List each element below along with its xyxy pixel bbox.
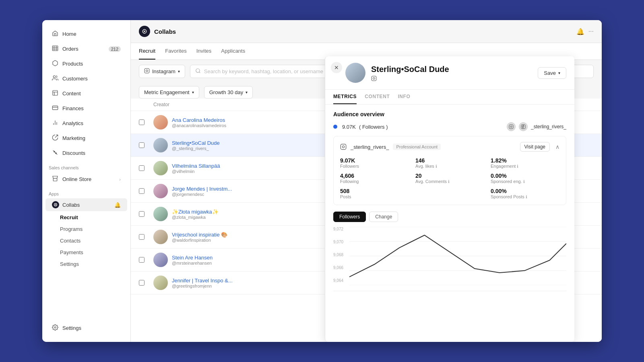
creator-name: Vrijeschool inspiratie 🎨: [172, 232, 227, 238]
discounts-icon: [52, 149, 58, 157]
ig-card-icon: [340, 144, 347, 150]
row-checkbox[interactable]: [139, 142, 144, 148]
sidebar-item-label: Home: [62, 31, 76, 37]
orders-badge: 212: [109, 46, 121, 52]
y-label: 9,068: [333, 253, 349, 257]
detail-header: Sterling•SoCal Dude Save ▾: [325, 56, 574, 90]
svg-rect-30: [372, 76, 376, 81]
sidebar-item-finances[interactable]: Finances: [45, 101, 127, 115]
detail-body: Audience overview 9.07K ( Followers ): [325, 105, 574, 342]
professional-badge: Professional Account: [393, 144, 441, 150]
sidebar-item-discounts[interactable]: Discounts: [45, 146, 127, 160]
avg-likes-label: Avg. likes ℹ: [415, 164, 484, 169]
tab-favorites[interactable]: Favorites: [165, 43, 186, 60]
change-chart-btn[interactable]: Change: [369, 212, 398, 222]
row-checkbox[interactable]: [139, 211, 144, 217]
y-label: 9,066: [333, 265, 349, 270]
row-checkbox[interactable]: [139, 234, 144, 240]
followers-chart-svg: [349, 227, 566, 285]
tab-info[interactable]: INFO: [398, 90, 410, 104]
sidebar-item-label: Discounts: [62, 150, 85, 156]
chevron-up-icon[interactable]: ∧: [555, 144, 559, 150]
sidebar-item-orders[interactable]: Orders 212: [45, 42, 127, 56]
creator-handle: @anacarolinasilvamedeiros: [172, 123, 226, 128]
sidebar-sub-label: Programs: [60, 226, 83, 232]
row-checkbox[interactable]: [139, 165, 144, 171]
sidebar-item-customers[interactable]: Customers: [45, 72, 127, 86]
sidebar-item-marketing[interactable]: Marketing: [45, 131, 127, 145]
creator-handle: @_sterling_rivers_: [172, 146, 220, 151]
followers-chart-btn[interactable]: Followers: [333, 212, 366, 222]
avg-likes-value: 146: [415, 157, 484, 164]
info-icon[interactable]: ℹ: [436, 164, 437, 169]
creator-name: Vilhelmiina Sillanpää: [172, 163, 220, 169]
info-icon[interactable]: ℹ: [523, 179, 525, 184]
avatar: [153, 276, 168, 290]
metric-followers: 9.07K Followers: [340, 157, 409, 169]
sidebar-sub-programs[interactable]: Programs: [45, 224, 127, 234]
following-value: 4,606: [340, 173, 409, 179]
collabs-logo-icon: [52, 201, 59, 208]
tab-recruit[interactable]: Recruit: [139, 43, 155, 60]
save-button[interactable]: Save ▾: [538, 67, 566, 79]
tab-applicants[interactable]: Applicants: [221, 43, 245, 60]
avg-comments-label: Avg. Comments ℹ: [415, 179, 484, 184]
sidebar-item-settings[interactable]: Settings: [45, 321, 127, 335]
info-icon[interactable]: ℹ: [517, 164, 518, 169]
analytics-icon: [52, 119, 58, 127]
engagement-value: 1.82%: [491, 157, 559, 164]
sidebar-item-label: Analytics: [62, 120, 83, 126]
close-button[interactable]: ✕: [331, 62, 342, 73]
sidebar-sub-settings[interactable]: Settings: [45, 259, 127, 269]
sidebar-item-label: Products: [62, 61, 83, 67]
posts-label: Posts: [340, 194, 409, 199]
followers-value: 9.07K: [340, 157, 409, 164]
platform-filter[interactable]: Instagram ▾: [139, 65, 185, 78]
products-icon: [52, 60, 58, 68]
tab-content[interactable]: CONTENT: [365, 90, 390, 104]
sponsored-eng-value: 0.00%: [491, 173, 559, 179]
svg-point-7: [55, 204, 56, 206]
ig-avatar: [507, 122, 516, 131]
sidebar-sub-contacts[interactable]: Contacts: [45, 235, 127, 246]
sidebar-sub-payments[interactable]: Payments: [45, 247, 127, 258]
metrics-grid: 9.07K Followers 146 Avg. likes ℹ: [340, 157, 559, 199]
more-icon[interactable]: ···: [588, 28, 594, 35]
checkbox-header: [139, 102, 153, 107]
svg-rect-32: [509, 125, 513, 129]
home-icon: [52, 30, 58, 38]
collabs-app-item[interactable]: Collabs 🔔: [45, 198, 127, 211]
sidebar-item-products[interactable]: Products: [45, 57, 127, 71]
row-checkbox[interactable]: [139, 280, 144, 286]
account-card-header: _sterling_rivers_ Professional Account V…: [340, 142, 559, 152]
sidebar-item-online-store[interactable]: Online Store ›: [45, 172, 127, 186]
metric-following: 4,606 Following: [340, 173, 409, 184]
sidebar-item-analytics[interactable]: Analytics: [45, 116, 127, 130]
sidebar-item-home[interactable]: Home: [45, 27, 127, 41]
metric-filter[interactable]: Metric Engagement ▾: [139, 86, 199, 99]
row-checkbox[interactable]: [139, 188, 144, 194]
tab-metrics[interactable]: METRICS: [333, 90, 357, 104]
row-checkbox[interactable]: [139, 119, 144, 125]
row-checkbox[interactable]: [139, 257, 144, 263]
info-icon[interactable]: ℹ: [526, 195, 527, 199]
tab-invites[interactable]: Invites: [196, 43, 212, 60]
info-icon[interactable]: ℹ: [448, 179, 450, 184]
sidebar-sub-recruit[interactable]: Recruit: [45, 212, 127, 223]
orders-icon: [52, 45, 58, 53]
sponsored-posts-value: 0.00%: [491, 188, 559, 194]
metric-engagement: 1.82% Engagement ℹ: [491, 157, 559, 169]
sidebar-sub-label: Settings: [60, 261, 79, 267]
detail-tabs: METRICS CONTENT INFO: [325, 90, 574, 105]
header-title: Collabs: [154, 28, 176, 35]
growth-filter[interactable]: Growth 30 day ▾: [204, 86, 253, 99]
creator-name: Jorge Mendes | Investm...: [172, 186, 232, 192]
chart-y-labels: 9,072 9,070 9,068 9,066 9,064: [333, 227, 349, 283]
creator-name: Stein Are Hansen: [172, 255, 213, 261]
metric-sponsored-posts: [415, 188, 484, 199]
settings-icon: [52, 324, 58, 332]
notification-icon[interactable]: 🔔: [576, 28, 584, 35]
sidebar-item-content[interactable]: Content: [45, 86, 127, 101]
avatar: [153, 230, 168, 244]
visit-page-button[interactable]: Visit page: [520, 142, 550, 152]
